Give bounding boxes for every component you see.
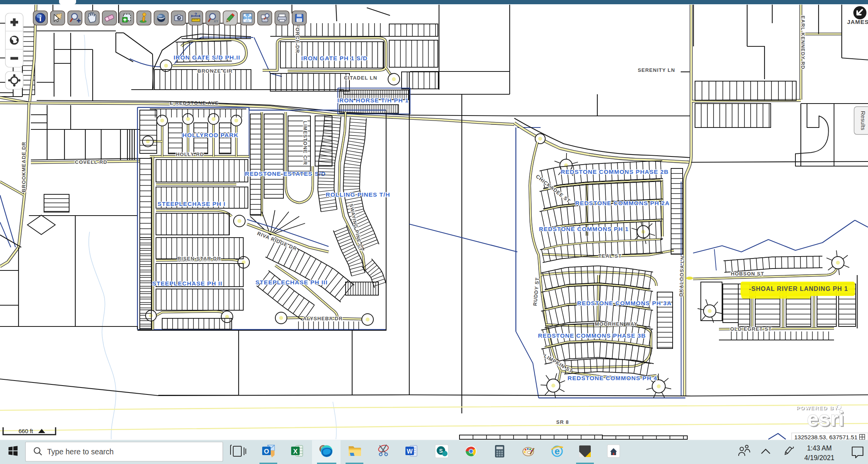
svg-text:O: O [264,448,269,455]
svg-text:HOBSON ST: HOBSON ST [731,271,764,277]
svg-text:REDSTONE COMMONS PH 2A: REDSTONE COMMONS PH 2A [575,200,670,206]
svg-text:S: S [439,448,442,454]
svg-text:FORCE DR: FORCE DR [295,24,300,53]
svg-text:REDSTONE COMMONS PH 4: REDSTONE COMMONS PH 4 [568,375,658,381]
svg-text:REDSTONE ESTATES S/D: REDSTONE ESTATES S/D [245,170,326,177]
svg-text:OLD EGRET ST: OLD EGRET ST [730,326,772,332]
svg-text:EARL KENNEDY RD: EARL KENNEDY RD [800,15,806,69]
svg-text:HOLLYROD PARK: HOLLYROD PARK [182,132,239,138]
svg-text:XY: XY [214,19,218,23]
svg-text:1:43 AM: 1:43 AM [807,444,832,452]
svg-text:X: X [293,448,298,455]
svg-text:SERENITY LN: SERENITY LN [638,67,675,73]
svg-text:Type here to search: Type here to search [47,447,114,456]
svg-text:IRON GATE PH 1 S/D: IRON GATE PH 1 S/D [301,55,368,61]
svg-text:STEEPLECHASE PH II: STEEPLECHASE PH II [152,280,222,287]
svg-text:STEEPLECHASE PH III: STEEPLECHASE PH III [256,279,328,286]
svg-text:REDSTONE COMMONS PHASE 3B: REDSTONE COMMONS PHASE 3B [538,332,646,339]
svg-text:REDSTONE COMMONS PH 1: REDSTONE COMMONS PH 1 [539,226,629,232]
svg-text:STEEPLECHASE PH I: STEEPLECHASE PH I [158,201,225,207]
svg-text:Results: Results [860,111,866,130]
svg-text:IRON GATE S/D PH.II: IRON GATE S/D PH.II [174,54,241,61]
svg-text:REDSTONE COMMONS PH 3A: REDSTONE COMMONS PH 3A [577,300,672,306]
svg-text:660 ft: 660 ft [19,428,33,434]
svg-text:W: W [407,448,413,455]
svg-text:COVELL RD: COVELL RD [75,159,107,165]
svg-text:JAMES: JAMES [847,19,868,25]
svg-text:BROOKMEADE DR: BROOKMEADE DR [21,142,27,192]
svg-text:ALYSHEBA DR: ALYSHEBA DR [303,316,342,321]
svg-text:CITADEL LN: CITADEL LN [344,75,377,81]
svg-text:1325238.53, 637571.51: 1325238.53, 637571.51 [794,434,858,440]
svg-text:-SHOAL RIVER LANDING PH 1: -SHOAL RIVER LANDING PH 1 [749,286,848,292]
svg-text:IRON HORSE T/H PH 1: IRON HORSE T/H PH 1 [337,97,409,104]
svg-text:MOORHEN WAY: MOORHEN WAY [595,321,638,327]
svg-text:HOLLY RD: HOLLY RD [176,151,204,157]
svg-text:ROLLING PINES T/H: ROLLING PINES T/H [326,191,390,198]
svg-text:esri: esri [807,407,844,430]
svg-text:4/19/2021: 4/19/2021 [804,454,834,462]
svg-text:BRONZE CIR: BRONZE CIR [198,68,233,74]
svg-text:TEAL ST: TEAL ST [598,253,622,259]
svg-text:i: i [39,14,42,23]
svg-text:?: ? [194,12,197,17]
svg-text:RISEN STAR DR: RISEN STAR DR [177,256,221,262]
svg-text:SR 8: SR 8 [556,419,569,425]
svg-text:REDSTONE COMMONS PHASE 2B: REDSTONE COMMONS PHASE 2B [561,168,669,175]
svg-text:LIMESTONE CIR: LIMESTONE CIR [302,121,308,165]
